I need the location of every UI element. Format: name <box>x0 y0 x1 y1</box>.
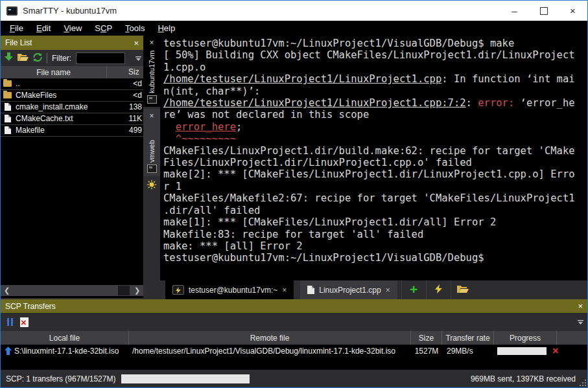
file-list-panel: File List × Filter: File name Siz ..<dCM… <box>1 36 143 298</box>
status-traffic-text: 969MB sent, 1397KB received <box>471 374 576 383</box>
file-name: Makefile <box>16 126 45 135</box>
column-local-file[interactable]: Local file <box>1 331 129 345</box>
toolbar-separator <box>47 53 47 63</box>
file-list-close-icon[interactable]: × <box>134 39 139 47</box>
terminal-line: make: *** [all] Error 2 <box>163 240 587 252</box>
pause-icon[interactable] <box>7 318 13 326</box>
cancel-transfer-icon[interactable] <box>20 317 29 327</box>
close-button[interactable]: × <box>558 1 587 21</box>
title-bar: SmarTTY - kubuntu17vm – × <box>1 1 587 21</box>
menu-item-file[interactable]: File <box>3 23 30 33</box>
refresh-icon[interactable] <box>33 52 42 64</box>
menu-item-scp[interactable]: SCP <box>88 23 119 33</box>
menu-item-view[interactable]: View <box>57 23 88 33</box>
terminal-line: .dir/all' failed <box>163 205 587 216</box>
transfer-rate: 29MB/s <box>447 347 473 356</box>
tab-label: testuser@kubuntu17vm:~ <box>189 286 277 295</box>
terminal-tab-bar: testuser@kubuntu17vm:~ × LinuxProject1.c… <box>160 280 587 299</box>
session-tab-kubuntu17vm[interactable]: × kubuntu17vm <box>143 36 160 107</box>
status-transfers-text: SCP: 1 transfers (967M/1527M) <box>6 374 115 383</box>
terminal-line: /home/testuser/LinuxProject1/LinuxProjec… <box>163 97 587 109</box>
scp-transfers-title: SCP Transfers <box>5 302 56 311</box>
scp-close-icon[interactable]: × <box>578 302 583 310</box>
transfer-row[interactable]: S:\linuxmint-17.1-kde-32bit.iso /home/te… <box>1 345 587 358</box>
file-size: 499 <box>125 126 142 135</box>
terminal-line: /home/testuser/LinuxProject1/LinuxProjec… <box>163 73 587 85</box>
file-list-toolbar: Filter: <box>1 50 143 66</box>
status-bar: SCP: 1 transfers (967M/1527M) 969MB sent… <box>1 370 587 387</box>
terminal-line: [ 50%] Building CXX object CMakeFiles/Li… <box>163 49 587 61</box>
terminal-line: r 1 <box>163 181 587 192</box>
terminal-line: ^~~~~~~~~~ <box>163 133 587 144</box>
smartty-window: SmarTTY - kubuntu17vm – × FileEditViewSC… <box>0 0 588 388</box>
file-list-hscrollbar[interactable]: ❮ ❯ <box>1 285 143 296</box>
file-row[interactable]: CMakeCache.txt11K <box>1 113 143 125</box>
maximize-button[interactable] <box>529 1 558 21</box>
column-size[interactable]: Siz <box>128 67 143 76</box>
menu-item-help[interactable]: Help <box>151 23 182 33</box>
open-folder-icon[interactable] <box>18 52 29 64</box>
column-file-name[interactable]: File name <box>1 66 107 78</box>
download-icon[interactable] <box>5 52 13 64</box>
transfer-remote-file: /home/testuser/LinuxProject1/VisualGDB/D… <box>132 347 395 356</box>
scrollbar-thumb[interactable] <box>118 286 130 295</box>
scroll-left-icon[interactable]: ❮ <box>1 285 13 296</box>
terminal-line: testuser@kubuntu17vm:~/LinuxProject1/Vis… <box>163 252 587 264</box>
terminal-line: n(int, char**)’: <box>163 86 587 97</box>
file-list-column-headers: File name Siz <box>1 66 143 78</box>
file-row[interactable]: CMakeFiles<d <box>1 90 143 102</box>
tab-linuxproject1-cpp[interactable]: LinuxProject1.cpp × <box>300 280 397 299</box>
scp-transfers-header: SCP Transfers × <box>1 299 587 313</box>
open-file-button[interactable] <box>451 280 475 299</box>
session-tab-close-icon[interactable]: × <box>149 39 154 47</box>
file-icon <box>5 115 11 122</box>
filter-label: Filter: <box>52 54 71 63</box>
file-row[interactable]: ..<d <box>1 78 143 90</box>
status-progress-bar <box>121 374 250 383</box>
column-progress[interactable]: Progress <box>494 331 557 345</box>
transfer-size: 1527M <box>411 347 442 356</box>
new-tab-button[interactable]: + <box>401 280 426 299</box>
new-terminal-button[interactable] <box>426 280 451 299</box>
file-row[interactable]: cmake_install.cmake138 <box>1 102 143 113</box>
terminal-line: CMakeFiles/LinuxProject1.dir/build.make:… <box>163 145 587 157</box>
transfer-cancel-icon[interactable]: × <box>552 345 558 357</box>
menu-item-edit[interactable]: Edit <box>30 23 57 33</box>
column-remote-file[interactable]: Remote file <box>129 331 411 345</box>
resize-grip[interactable] <box>580 380 586 386</box>
transfer-local-file: S:\linuxmint-17.1-kde-32bit.iso <box>14 347 119 356</box>
file-size: 11K <box>125 114 142 123</box>
file-name: cmake_install.cmake <box>16 102 88 111</box>
file-icon <box>5 103 11 111</box>
tab-close-icon[interactable]: × <box>282 286 287 295</box>
terminal-line: 1.cpp.o <box>163 62 587 73</box>
file-size: 138 <box>125 102 142 111</box>
scroll-right-icon[interactable]: ❯ <box>131 285 143 296</box>
session-tab-vmweb[interactable]: × vmweb <box>143 109 160 176</box>
document-icon <box>307 286 314 294</box>
filter-input[interactable] <box>76 52 125 64</box>
terminal-line: testuser@kubuntu17vm:~/LinuxProject1/Vis… <box>163 38 587 49</box>
smart-commands-sun-icon[interactable] <box>147 179 157 192</box>
toolbar-overflow-icon[interactable] <box>135 52 141 64</box>
tab-terminal-session[interactable]: testuser@kubuntu17vm:~ × <box>165 280 294 299</box>
terminal-bolt-icon <box>172 285 184 295</box>
tab-close-icon[interactable]: × <box>386 286 390 295</box>
scp-transfer-list: S:\linuxmint-17.1-kde-32bit.iso /home/te… <box>1 345 587 371</box>
minimize-button[interactable]: – <box>500 1 529 21</box>
session-tab-close-icon[interactable]: × <box>149 112 154 120</box>
terminal-window-icon <box>147 165 157 173</box>
file-size: <d <box>125 79 142 88</box>
column-size[interactable]: Size <box>411 331 442 345</box>
tab-label: LinuxProject1.cpp <box>319 286 381 295</box>
scp-toolbar-overflow-icon[interactable] <box>578 316 583 328</box>
terminal-line: CMakeFiles/Makefile2:67: recipe for targ… <box>163 192 587 204</box>
terminal-output[interactable]: testuser@kubuntu17vm:~/LinuxProject1/Vis… <box>160 36 587 280</box>
session-tab-label: vmweb <box>148 122 156 163</box>
window-title: SmarTTY - kubuntu17vm <box>23 6 117 16</box>
file-list-rows: ..<dCMakeFiles<dcmake_install.cmake138CM… <box>1 78 143 137</box>
file-size: <d <box>125 91 142 100</box>
file-row[interactable]: Makefile499 <box>1 125 143 137</box>
menu-item-tools[interactable]: Tools <box>119 23 151 33</box>
column-transfer-rate[interactable]: Transfer rate <box>442 331 494 345</box>
